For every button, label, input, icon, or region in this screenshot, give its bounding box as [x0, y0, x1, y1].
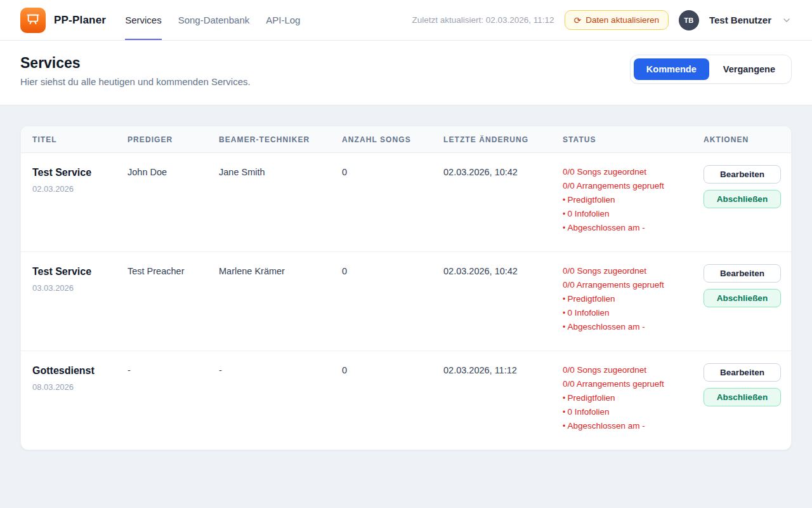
brand-title: PP-Planer: [54, 14, 106, 27]
status-line: 0/0 Songs zugeordnet: [563, 165, 697, 179]
table-header-row: TITEL PREDIGER BEAMER-TECHNIKER ANZAHL S…: [21, 126, 791, 153]
refresh-icon: ⟳: [574, 16, 582, 25]
service-filter-toggle: Kommende Vergangene: [630, 55, 792, 84]
status-line: Predigtfolien: [563, 292, 697, 306]
anzahl-songs-cell: 0: [342, 153, 443, 251]
letzte-aenderung-cell: 02.03.2026, 11:12: [443, 351, 563, 450]
status-line: 0 Infofolien: [563, 405, 697, 419]
page-head-text: Services Hier siehst du alle heutigen un…: [20, 55, 251, 87]
prediger-cell: John Doe: [128, 153, 219, 251]
prediger-cell: Test Preacher: [128, 252, 219, 351]
service-title: Test Service: [32, 167, 121, 178]
status-line: 0/0 Arrangements geprueft: [563, 179, 697, 193]
page-subtitle: Hier siehst du alle heutigen und kommend…: [20, 76, 251, 87]
titel-cell: Gottesdienst 08.03.2026: [32, 351, 128, 450]
app-logo: [20, 8, 46, 33]
topbar-right: Zuletzt aktualisiert: 02.03.2026, 11:12 …: [412, 10, 792, 30]
prediger-cell: -: [128, 351, 219, 450]
anzahl-songs-cell: 0: [342, 351, 443, 450]
status-line: Abgeschlossen am -: [563, 221, 697, 235]
col-header-anzahl-songs: ANZAHL SONGS: [342, 126, 443, 152]
main-nav: Services Song-Datenbank API-Log: [125, 0, 300, 40]
titel-cell: Test Service 03.03.2026: [32, 252, 128, 351]
service-date: 08.03.2026: [32, 382, 121, 392]
status-line: 0/0 Arrangements geprueft: [563, 377, 697, 391]
titel-cell: Test Service 02.03.2026: [32, 153, 128, 251]
bearbeiten-button[interactable]: Bearbeiten: [704, 363, 781, 382]
letzte-aenderung-cell: 02.03.2026, 10:42: [443, 153, 563, 251]
col-header-titel: TITEL: [32, 126, 128, 152]
status-line: 0 Infofolien: [563, 207, 697, 221]
status-line: Abgeschlossen am -: [563, 320, 697, 334]
presentation-screen-icon: [26, 12, 40, 29]
col-header-letzte-aenderung: LETZTE ÄNDERUNG: [443, 126, 563, 152]
status-cell: 0/0 Songs zugeordnet 0/0 Arrangements ge…: [563, 351, 704, 450]
filter-vergangene-button[interactable]: Vergangene: [710, 58, 788, 80]
aktionen-cell: Bearbeiten Abschließen: [704, 252, 787, 351]
service-title: Gottesdienst: [32, 365, 121, 377]
abschliessen-button[interactable]: Abschließen: [704, 289, 781, 307]
table-row: Test Service 02.03.2026 John Doe Jane Sm…: [21, 153, 791, 252]
abschliessen-button[interactable]: Abschließen: [704, 190, 781, 208]
refresh-button-label: Daten aktualisieren: [586, 15, 659, 25]
aktionen-cell: Bearbeiten Abschließen: [704, 351, 787, 450]
top-bar: PP-Planer Services Song-Datenbank API-Lo…: [0, 0, 812, 41]
aktionen-cell: Bearbeiten Abschließen: [704, 153, 787, 251]
bearbeiten-button[interactable]: Bearbeiten: [704, 165, 781, 184]
bearbeiten-button[interactable]: Bearbeiten: [704, 264, 781, 283]
status-line: 0/0 Songs zugeordnet: [563, 264, 697, 278]
last-updated-label: Zuletzt aktualisiert: 02.03.2026, 11:12: [412, 15, 554, 25]
col-header-status: STATUS: [563, 126, 704, 152]
letzte-aenderung-cell: 02.03.2026, 10:42: [443, 252, 563, 351]
status-cell: 0/0 Songs zugeordnet 0/0 Arrangements ge…: [563, 252, 704, 351]
user-avatar[interactable]: TB: [679, 10, 699, 30]
nav-item-song-datenbank[interactable]: Song-Datenbank: [178, 0, 250, 40]
nav-item-api-log[interactable]: API-Log: [266, 0, 300, 40]
col-header-aktionen: AKTIONEN: [704, 126, 780, 152]
status-line: 0/0 Arrangements geprueft: [563, 278, 697, 292]
beamer-techniker-cell: -: [219, 351, 342, 450]
filter-kommende-button[interactable]: Kommende: [634, 58, 709, 80]
nav-item-services[interactable]: Services: [125, 0, 162, 40]
beamer-techniker-cell: Jane Smith: [219, 153, 342, 251]
abschliessen-button[interactable]: Abschließen: [704, 388, 781, 406]
status-line: 0 Infofolien: [563, 306, 697, 320]
services-table-card: TITEL PREDIGER BEAMER-TECHNIKER ANZAHL S…: [20, 126, 792, 450]
table-row: Test Service 03.03.2026 Test Preacher Ma…: [21, 252, 791, 351]
status-line: Abgeschlossen am -: [563, 419, 697, 433]
status-cell: 0/0 Songs zugeordnet 0/0 Arrangements ge…: [563, 153, 704, 251]
chevron-down-icon[interactable]: [782, 15, 792, 25]
status-line: Predigtfolien: [563, 193, 697, 207]
col-header-prediger: PREDIGER: [128, 126, 219, 152]
status-line: 0/0 Songs zugeordnet: [563, 363, 697, 377]
refresh-data-button[interactable]: ⟳ Daten aktualisieren: [565, 10, 669, 30]
table-row: Gottesdienst 08.03.2026 - - 0 02.03.2026…: [21, 351, 791, 450]
service-date: 03.03.2026: [32, 283, 121, 293]
service-date: 02.03.2026: [32, 184, 121, 194]
service-title: Test Service: [32, 266, 121, 277]
user-name: Test Benutzer: [709, 15, 771, 25]
page-head: Services Hier siehst du alle heutigen un…: [0, 41, 812, 105]
anzahl-songs-cell: 0: [342, 252, 443, 351]
col-header-beamer-techniker: BEAMER-TECHNIKER: [219, 126, 342, 152]
main-content: TITEL PREDIGER BEAMER-TECHNIKER ANZAHL S…: [0, 105, 812, 471]
status-line: Predigtfolien: [563, 391, 697, 405]
beamer-techniker-cell: Marlene Krämer: [219, 252, 342, 351]
page-title: Services: [20, 55, 251, 72]
